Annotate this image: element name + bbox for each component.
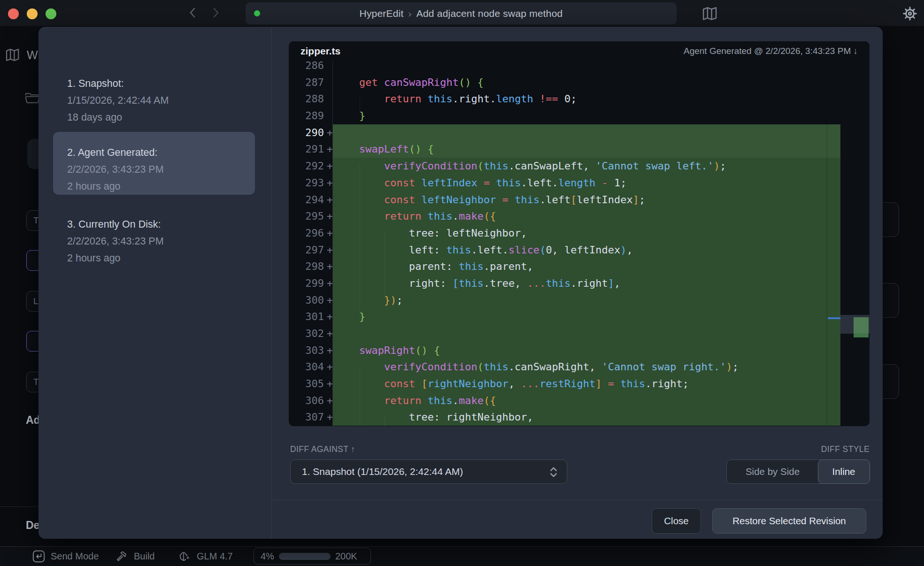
code-line: 293+ const leftIndex = this.left.length … — [289, 175, 870, 191]
side-by-side-option[interactable]: Side by Side — [727, 460, 818, 483]
model-selector[interactable]: GLM 4.7 — [177, 550, 233, 563]
build-control[interactable]: Build — [115, 550, 154, 563]
revision-history-modal: 1. Snapshot:1/15/2026, 2:42:44 AM18 days… — [38, 27, 883, 539]
line-number: 307 — [305, 409, 324, 426]
send-mode-control[interactable]: Send Mode — [32, 550, 99, 563]
divider — [271, 500, 883, 500]
usage-max: 200K — [335, 551, 357, 562]
back-chevron-icon[interactable] — [187, 7, 199, 19]
close-window-button[interactable] — [8, 8, 19, 19]
line-number: 293 — [305, 175, 324, 191]
diff-added-marker: + — [325, 258, 333, 275]
line-number: 301 — [305, 308, 324, 325]
revision-item-selected[interactable]: 2. Agent Generated:2/2/2026, 3:43:23 PM2… — [53, 132, 255, 195]
tab-task-title: Add adjacent node swap method — [416, 8, 563, 19]
line-number: 296 — [305, 225, 324, 242]
indent-guide — [385, 231, 385, 298]
diff-style-label: DIFF STYLE — [821, 444, 870, 454]
background-section-label: De — [26, 519, 39, 532]
revision-item[interactable]: 3. Currently On Disk:2/2/2026, 3:43:23 P… — [53, 212, 255, 267]
diff-added-marker: + — [325, 191, 333, 208]
line-number: 292 — [305, 158, 324, 175]
line-number: 304 — [305, 359, 324, 375]
map-icon[interactable] — [5, 48, 21, 62]
zoom-window-button[interactable] — [46, 8, 56, 19]
window-tab[interactable]: HyperEdit›Add adjacent node swap method — [246, 2, 677, 24]
wrap-ruler — [827, 61, 827, 426]
divider — [0, 506, 38, 507]
revision-item[interactable]: 1. Snapshot:1/15/2026, 2:42:44 AM18 days… — [53, 71, 255, 126]
minimize-window-button[interactable] — [27, 8, 38, 19]
diff-added-marker: + — [325, 392, 333, 409]
forward-chevron-icon[interactable] — [209, 7, 222, 19]
close-button[interactable]: Close — [652, 508, 701, 534]
restore-selected-revision-button[interactable]: Restore Selected Revision — [712, 508, 866, 534]
inline-option[interactable]: Inline — [818, 459, 870, 484]
diff-added-marker: + — [325, 409, 333, 426]
code-line: 307+ tree: rightNeighbor, — [289, 409, 870, 426]
background-button-label: L — [33, 296, 38, 306]
rev-title: 1. Snapshot: — [67, 75, 255, 92]
code-line: 302+ — [289, 325, 870, 342]
diff-added-marker: + — [325, 375, 333, 392]
diff-added-highlight — [333, 292, 840, 309]
code-text: const leftNeighbor = this.left[leftIndex… — [334, 191, 645, 208]
breadcrumb-separator: › — [404, 8, 416, 19]
line-number: 289 — [305, 107, 324, 124]
titlebar: HyperEdit›Add adjacent node swap method — [0, 0, 924, 26]
code-text: verifyCondition(this.canSwapRight, 'Cann… — [334, 359, 739, 375]
usage-progress-bar — [279, 553, 331, 560]
code-line: 301+ } — [289, 308, 870, 325]
background-button-label: T — [33, 215, 39, 226]
diff-added-marker: + — [325, 275, 333, 292]
code-text: tree: rightNeighbor, — [334, 409, 533, 426]
rev-title: 2. Agent Generated: — [67, 144, 255, 161]
line-number: 300 — [305, 292, 324, 309]
code-line: 296+ tree: leftNeighbor, — [289, 225, 870, 242]
code-text: return this.right.length !== 0; — [334, 91, 577, 107]
diff-added-marker: + — [325, 342, 333, 359]
code-editor-content[interactable]: 286287 get canSwapRight() {288 return th… — [289, 57, 870, 426]
rev-ago: 18 days ago — [67, 109, 255, 126]
gear-icon[interactable] — [901, 6, 918, 22]
diff-added-marker: + — [325, 175, 333, 191]
diff-against-label: DIFF AGAINST ↑ — [290, 444, 355, 454]
unsaved-indicator-dot — [254, 10, 260, 16]
code-text: parent: this.parent, — [334, 258, 533, 275]
context-usage-meter[interactable]: 4% 200K — [254, 548, 371, 565]
code-text: verifyCondition(this.canSwapLeft, 'Canno… — [334, 158, 726, 175]
line-number: 290 — [305, 124, 324, 141]
diff-added-marker: + — [325, 359, 333, 375]
folder-icon[interactable] — [24, 91, 40, 105]
code-text: get canSwapRight() { — [334, 74, 484, 91]
line-number: 305 — [305, 375, 324, 392]
code-text: tree: leftNeighbor, — [334, 225, 527, 242]
code-text: const leftIndex = this.left.length - 1; — [334, 175, 627, 191]
diff-added-marker: + — [325, 158, 333, 175]
diff-style-segmented-control: Side by Side Inline — [726, 459, 870, 484]
code-line: 299+ right: [this.tree, ...this.right], — [289, 275, 870, 292]
diff-added-marker: + — [325, 124, 333, 141]
model-label: GLM 4.7 — [197, 551, 233, 562]
hammer-icon — [115, 550, 128, 563]
code-text: return this.make({ — [334, 392, 496, 409]
diff-added-highlight — [333, 308, 840, 325]
diff-added-marker: + — [325, 225, 333, 242]
scrollbar-diff-marker[interactable] — [854, 317, 869, 337]
file-name: zipper.ts — [300, 46, 340, 57]
code-text: swapRight() { — [334, 342, 440, 359]
rev-ago: 2 hours ago — [67, 178, 255, 195]
line-number: 288 — [305, 91, 324, 107]
diff-against-select[interactable]: 1. Snapshot (1/15/2026, 2:42:44 AM) — [290, 459, 567, 484]
diff-added-marker: + — [325, 292, 333, 309]
diff-code-panel: zipper.ts Agent Generated @ 2/2/2026, 3:… — [289, 41, 870, 426]
diff-added-marker: + — [325, 141, 333, 158]
code-text: } — [334, 107, 365, 124]
revision-meta: Agent Generated @ 2/2/2026, 3:43:23 PM ↓ — [684, 46, 858, 56]
indent-guide — [385, 414, 385, 426]
line-number: 303 — [305, 342, 324, 359]
line-number: 302 — [305, 325, 324, 342]
map-icon[interactable] — [701, 6, 718, 21]
code-line: 298+ parent: this.parent, — [289, 258, 870, 275]
code-line: 292+ verifyCondition(this.canSwapLeft, '… — [289, 158, 870, 175]
